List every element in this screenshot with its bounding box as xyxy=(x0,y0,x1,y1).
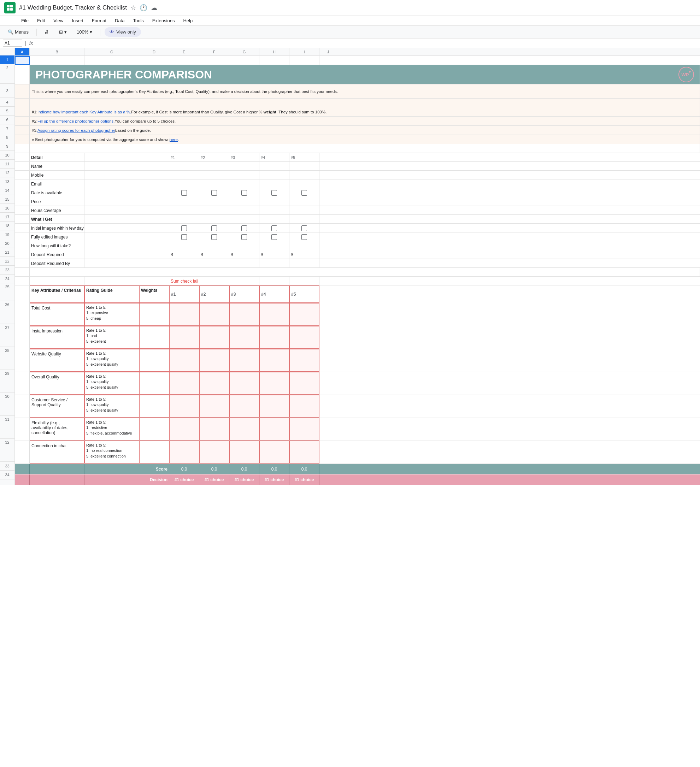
cell-g27[interactable] xyxy=(229,326,259,349)
cell-g16[interactable] xyxy=(229,206,259,215)
cell-i15[interactable] xyxy=(290,197,320,206)
cell-i32[interactable] xyxy=(290,441,320,463)
checkbox-h19[interactable] xyxy=(271,234,277,240)
cell-i29[interactable] xyxy=(290,372,320,395)
cell-h27[interactable] xyxy=(259,326,290,349)
cell-e28[interactable] xyxy=(169,349,199,372)
cell-h16[interactable] xyxy=(259,206,290,215)
cell-d29[interactable] xyxy=(139,372,169,395)
cell-h18[interactable] xyxy=(259,224,290,232)
cell-f30[interactable] xyxy=(199,395,229,418)
cell-f29[interactable] xyxy=(199,372,229,395)
cell-i22[interactable] xyxy=(290,259,320,268)
cell-a1[interactable] xyxy=(15,56,30,65)
instruction-3-link[interactable]: Assign rating scores for each photograph… xyxy=(37,128,115,132)
format-button[interactable]: ⊞ ▾ xyxy=(56,28,70,36)
cell-f31[interactable] xyxy=(199,418,229,441)
cell-e30[interactable] xyxy=(169,395,199,418)
cell-h28[interactable] xyxy=(259,349,290,372)
cell-e22[interactable] xyxy=(169,259,199,268)
cell-i31[interactable] xyxy=(290,418,320,441)
cell-i19[interactable] xyxy=(290,232,320,241)
cell-f19[interactable] xyxy=(199,232,229,241)
cell-g11[interactable] xyxy=(229,162,259,171)
cell-e20[interactable] xyxy=(169,241,199,250)
cell-g20[interactable] xyxy=(229,241,259,250)
checkbox-e19[interactable] xyxy=(181,234,187,240)
cell-f20[interactable] xyxy=(199,241,229,250)
checkbox-i14[interactable] xyxy=(301,190,307,196)
cell-f15[interactable] xyxy=(199,197,229,206)
print-button[interactable]: 🖨 xyxy=(41,28,52,36)
cell-h26[interactable] xyxy=(259,303,290,326)
cell-e16[interactable] xyxy=(169,206,199,215)
cell-i30[interactable] xyxy=(290,395,320,418)
cell-i13[interactable] xyxy=(290,180,320,188)
cell-h21[interactable]: $ xyxy=(259,250,290,259)
cell-e29[interactable] xyxy=(169,372,199,395)
cell-i26[interactable] xyxy=(290,303,320,326)
cell-f32[interactable] xyxy=(199,441,229,463)
menu-edit[interactable]: Edit xyxy=(33,17,48,25)
cell-e11[interactable] xyxy=(169,162,199,171)
cell-g31[interactable] xyxy=(229,418,259,441)
cell-f12[interactable] xyxy=(199,171,229,180)
cell-i14[interactable] xyxy=(290,188,320,197)
checkbox-f19[interactable] xyxy=(211,234,217,240)
cell-f26[interactable] xyxy=(199,303,229,326)
zoom-button[interactable]: 100% ▾ xyxy=(73,28,96,36)
cell-h29[interactable] xyxy=(259,372,290,395)
cell-i20[interactable] xyxy=(290,241,320,250)
cell-h19[interactable] xyxy=(259,232,290,241)
cell-e32[interactable] xyxy=(169,441,199,463)
history-icon[interactable]: 🕐 xyxy=(140,4,147,12)
cell-h11[interactable] xyxy=(259,162,290,171)
star-icon[interactable]: ☆ xyxy=(130,4,136,12)
cell-f21[interactable]: $ xyxy=(199,250,229,259)
cell-i16[interactable] xyxy=(290,206,320,215)
menu-data[interactable]: Data xyxy=(111,17,128,25)
cell-d32[interactable] xyxy=(139,441,169,463)
checkbox-g14[interactable] xyxy=(241,190,247,196)
menu-insert[interactable]: Insert xyxy=(68,17,87,25)
view-only-button[interactable]: 👁 View only xyxy=(105,27,141,37)
cell-g32[interactable] xyxy=(229,441,259,463)
cell-e15[interactable] xyxy=(169,197,199,206)
cell-e14[interactable] xyxy=(169,188,199,197)
cell-i11[interactable] xyxy=(290,162,320,171)
cell-g22[interactable] xyxy=(229,259,259,268)
checkbox-i18[interactable] xyxy=(301,225,307,231)
cell-e19[interactable] xyxy=(169,232,199,241)
cell-d26[interactable] xyxy=(139,303,169,326)
cell-i12[interactable] xyxy=(290,171,320,180)
here-link[interactable]: here xyxy=(170,137,178,142)
cell-e13[interactable] xyxy=(169,180,199,188)
menu-format[interactable]: Format xyxy=(88,17,110,25)
cell-f18[interactable] xyxy=(199,224,229,232)
cell-f28[interactable] xyxy=(199,349,229,372)
cell-e27[interactable] xyxy=(169,326,199,349)
menus-button[interactable]: 🔍 Menus xyxy=(4,28,32,36)
cell-e21[interactable]: $ xyxy=(169,250,199,259)
cell-e18[interactable] xyxy=(169,224,199,232)
cell-g29[interactable] xyxy=(229,372,259,395)
cell-g15[interactable] xyxy=(229,197,259,206)
cell-h15[interactable] xyxy=(259,197,290,206)
cell-h14[interactable] xyxy=(259,188,290,197)
cell-g21[interactable]: $ xyxy=(229,250,259,259)
cell-h31[interactable] xyxy=(259,418,290,441)
menu-file[interactable]: File xyxy=(18,17,32,25)
checkbox-f18[interactable] xyxy=(211,225,217,231)
cell-h12[interactable] xyxy=(259,171,290,180)
checkbox-f14[interactable] xyxy=(211,190,217,196)
checkbox-i19[interactable] xyxy=(301,234,307,240)
menu-tools[interactable]: Tools xyxy=(129,17,147,25)
cell-i28[interactable] xyxy=(290,349,320,372)
checkbox-h14[interactable] xyxy=(271,190,277,196)
cell-i21[interactable]: $ xyxy=(290,250,320,259)
checkbox-h18[interactable] xyxy=(271,225,277,231)
cell-e31[interactable] xyxy=(169,418,199,441)
cell-d27[interactable] xyxy=(139,326,169,349)
checkbox-g18[interactable] xyxy=(241,225,247,231)
cell-d31[interactable] xyxy=(139,418,169,441)
